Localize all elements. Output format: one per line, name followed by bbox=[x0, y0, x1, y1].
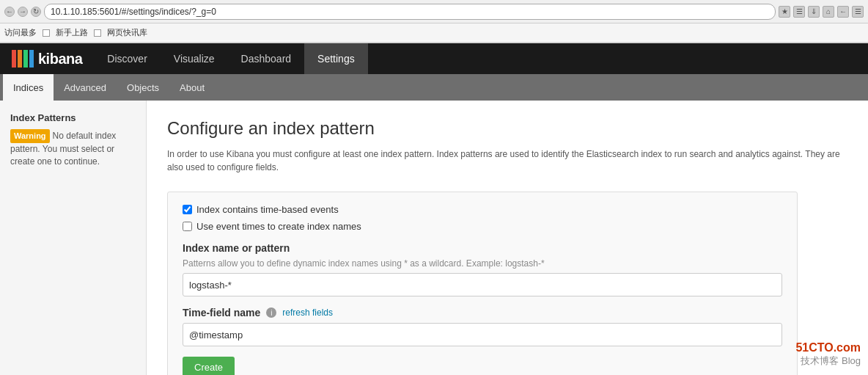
event-times-row: Use event times to create index names bbox=[183, 221, 782, 232]
info-icon[interactable]: i bbox=[266, 307, 276, 318]
history-back[interactable]: ← bbox=[837, 6, 849, 18]
app-body: Index Patterns WarningNo default index p… bbox=[0, 101, 868, 375]
index-pattern-input[interactable] bbox=[183, 273, 782, 296]
nav-tab-visualize[interactable]: Visualize bbox=[161, 43, 228, 74]
nav-tab-settings[interactable]: Settings bbox=[304, 43, 368, 74]
main-nav: kibana Discover Visualize Dashboard Sett… bbox=[0, 43, 868, 74]
nav-tab-dashboard[interactable]: Dashboard bbox=[228, 43, 305, 74]
forward-button[interactable]: → bbox=[18, 7, 28, 17]
warning-badge: Warning bbox=[10, 129, 50, 143]
index-name-label: Index name or pattern bbox=[183, 242, 782, 254]
sidebar: Index Patterns WarningNo default index p… bbox=[0, 101, 147, 375]
time-based-row: Index contains time-based events bbox=[183, 204, 782, 215]
home-button[interactable]: ⌂ bbox=[823, 6, 834, 18]
sidebar-title: Index Patterns bbox=[0, 109, 146, 129]
reload-button[interactable]: ↻ bbox=[31, 7, 41, 17]
sub-tab-indices[interactable]: Indices bbox=[3, 74, 54, 101]
index-hint: Patterns allow you to define dynamic ind… bbox=[183, 258, 782, 269]
back-button[interactable]: ← bbox=[4, 7, 15, 17]
bookmarks-bar: 访问最多 新手上路 网页快讯库 bbox=[0, 23, 868, 43]
kibana-logo: kibana bbox=[0, 43, 94, 74]
nav-tabs: Discover Visualize Dashboard Settings bbox=[94, 43, 367, 74]
reader-mode[interactable]: ☰ bbox=[793, 6, 805, 18]
browser-toolbar: ← → ↻ ★ ☰ ⇓ ⌂ ← ☰ bbox=[0, 0, 868, 23]
event-times-checkbox[interactable] bbox=[183, 222, 192, 231]
bookmark-item-3[interactable]: 网页快讯库 bbox=[107, 27, 147, 38]
index-pattern-form: Index contains time-based events Use eve… bbox=[167, 192, 798, 375]
bookmark-item-2[interactable]: 新手上路 bbox=[56, 27, 88, 38]
event-times-label: Use event times to create index names bbox=[196, 221, 361, 232]
page-description: In order to use Kibana you must configur… bbox=[167, 148, 847, 174]
time-field-row: Time-field name i refresh fields bbox=[183, 307, 782, 318]
bookmark-checkbox-1[interactable] bbox=[43, 29, 50, 37]
bookmark-star[interactable]: ★ bbox=[779, 6, 790, 18]
logo-text: kibana bbox=[38, 51, 82, 68]
main-content: Configure an index pattern In order to u… bbox=[147, 101, 868, 375]
logo-bar-3 bbox=[23, 50, 28, 68]
logo-bar-2 bbox=[18, 50, 22, 68]
bookmark-item-1[interactable]: 访问最多 bbox=[4, 27, 37, 38]
logo-bar-1 bbox=[12, 50, 16, 68]
time-based-label: Index contains time-based events bbox=[196, 204, 339, 215]
time-field-label: Time-field name bbox=[183, 307, 260, 318]
sidebar-warning-container: WarningNo default index pattern. You mus… bbox=[0, 129, 146, 168]
time-based-checkbox[interactable] bbox=[183, 205, 192, 214]
logo-bar-4 bbox=[29, 50, 34, 68]
create-button[interactable]: Create bbox=[183, 357, 235, 375]
sub-tab-objects[interactable]: Objects bbox=[117, 74, 169, 101]
bookmark-checkbox-2[interactable] bbox=[94, 29, 101, 37]
page-title: Configure an index pattern bbox=[167, 118, 847, 139]
browser-chrome: ← → ↻ ★ ☰ ⇓ ⌂ ← ☰ 访问最多 新手上路 网页快讯库 bbox=[0, 0, 868, 43]
sub-nav: Indices Advanced Objects About bbox=[0, 74, 868, 101]
url-bar[interactable] bbox=[44, 4, 776, 20]
sub-tab-advanced[interactable]: Advanced bbox=[54, 74, 117, 101]
logo-bars bbox=[12, 50, 34, 68]
more-menu[interactable]: ☰ bbox=[852, 6, 864, 18]
download-button[interactable]: ⇓ bbox=[808, 6, 820, 18]
refresh-fields-link[interactable]: refresh fields bbox=[282, 307, 333, 318]
timestamp-input[interactable] bbox=[183, 323, 782, 346]
sub-tab-about[interactable]: About bbox=[169, 74, 215, 101]
nav-tab-discover[interactable]: Discover bbox=[94, 43, 160, 74]
